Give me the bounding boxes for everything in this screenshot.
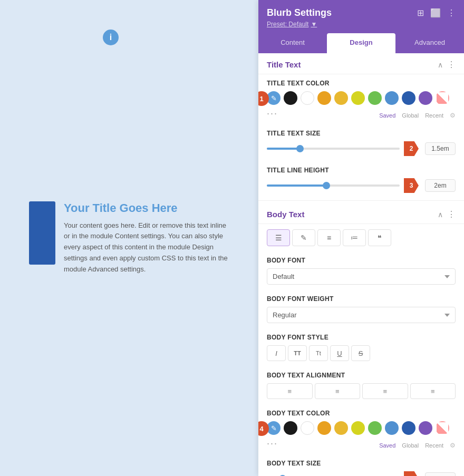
blurb-title: Your Title Goes Here [64,201,229,215]
color-gear-icon[interactable]: ⚙ [450,112,456,119]
panel-header: Blurb Settings ⊞ ⬜ ⋮ Preset: Default ▼ [258,0,464,33]
body-text-align-row: Body Text Alignment ≡ ≡ ≡ ≡ [258,366,464,404]
body-swatch-purple[interactable] [419,421,432,435]
title-size-slider-fill [267,148,300,150]
global-label[interactable]: Global [402,112,419,119]
body-color-gear-icon[interactable]: ⚙ [450,442,456,449]
body-font-select[interactable]: Default [267,268,456,285]
title-lineheight-value[interactable]: 2em [425,179,456,192]
blurb-card: Your Title Goes Here Your content goes h… [18,191,240,286]
body-global-label[interactable]: Global [402,442,419,449]
title-lineheight-badge-wrap: 3 [404,178,421,193]
preset-arrow: ▼ [311,21,317,28]
align-pen-icon-btn[interactable]: ✎ [292,229,315,246]
panel-title: Blurb Settings [267,7,332,18]
text-align-center-btn[interactable]: ≡ [315,383,361,399]
body-swatch-orange2[interactable] [334,421,348,435]
text-align-right-btn[interactable]: ≡ [362,383,408,399]
title-swatch-striped[interactable] [436,91,449,105]
body-swatch-blue[interactable] [385,421,399,435]
preset-label[interactable]: Preset: Default [267,21,308,28]
title-swatch-green[interactable] [368,91,382,105]
section-more-icon[interactable]: ⋮ [447,60,456,70]
title-swatch-yellow[interactable] [351,91,365,105]
body-color-row-meta: Saved Global Recent ⚙ [379,442,456,449]
collapse-icon[interactable]: ∧ [438,61,443,69]
font-style-italic[interactable]: I [267,345,286,361]
section-divider-1 [258,200,464,201]
body-swatch-white[interactable] [301,421,314,435]
info-badge: i [103,30,119,45]
body-recent-label[interactable]: Recent [425,442,443,449]
panel-header-top: Blurb Settings ⊞ ⬜ ⋮ [267,7,456,18]
more-options-icon[interactable]: ⋮ [447,8,456,18]
body-align-icons-row: ☰ ✎ ≡ ≔ ❝ [258,224,464,251]
align-list-icon-btn[interactable]: ≡ [317,229,341,246]
panel-header-icons: ⊞ ⬜ ⋮ [417,8,456,18]
body-saved-label[interactable]: Saved [379,442,395,449]
body-swatch-green[interactable] [368,421,382,435]
body-color-dots[interactable]: ··· [267,438,278,449]
body-font-label: Body Font [267,257,456,264]
title-size-row: Title Text Size 2 1.5em [258,124,464,161]
layout-icon[interactable]: ⬜ [430,8,441,18]
body-font-weight-select[interactable]: Regular [267,307,456,323]
responsive-icon[interactable]: ⊞ [417,8,424,18]
blurb-text-col: Your Title Goes Here Your content goes h… [64,201,229,275]
body-size-badge-wrap: 5 [404,471,421,476]
title-swatch-darkblue[interactable] [402,91,415,105]
font-style-strikethrough[interactable]: S [351,345,370,361]
saved-label[interactable]: Saved [379,112,395,119]
body-swatch-yellow[interactable] [351,421,365,435]
title-text-section-label: Title Text [267,60,301,69]
color-dots[interactable]: ··· [267,108,278,119]
body-font-row: Body Font Default [258,251,464,290]
tab-design[interactable]: Design [327,33,395,53]
tab-content[interactable]: Content [258,33,327,53]
font-style-uppercase[interactable]: TT [288,345,307,361]
title-swatch-blue[interactable] [385,91,399,105]
body-size-value[interactable]: 1em [425,472,456,476]
title-swatch-white[interactable] [301,91,314,105]
align-quote-icon-btn[interactable]: ❝ [368,229,391,246]
align-left-icon-btn[interactable]: ☰ [267,229,290,246]
body-color-row: Body Text Color 4 ✎ ··· Saved [258,404,464,454]
title-size-value[interactable]: 1.5em [425,142,456,155]
title-size-slider-track[interactable] [267,148,400,150]
font-style-capitalize[interactable]: Tt [309,345,328,361]
title-swatch-orange1[interactable] [317,91,331,105]
body-size-slider-row: 5 1em [267,471,456,476]
preset-line: Preset: Default ▼ [267,21,456,28]
align-ordered-icon-btn[interactable]: ≔ [343,229,366,246]
body-size-row: Body Text Size 5 1em [258,454,464,476]
title-lineheight-slider-track[interactable] [267,184,400,187]
body-align-icon-buttons: ☰ ✎ ≡ ≔ ❝ [267,229,456,246]
body-swatch-dark[interactable] [284,421,297,435]
body-swatch-striped[interactable] [436,421,449,435]
title-swatch-dark[interactable] [284,91,297,105]
body-font-weight-label: Body Font Weight [267,295,456,303]
title-size-slider-thumb[interactable] [296,145,304,152]
font-style-underline[interactable]: U [330,345,349,361]
title-swatch-purple[interactable] [419,91,432,105]
body-font-weight-row: Body Font Weight Regular [258,290,464,328]
text-align-justify-btn[interactable]: ≡ [410,383,456,399]
title-color-label: Title Text Color [267,80,456,87]
tab-advanced[interactable]: Advanced [395,33,464,53]
body-text-section-header: Body Text ∧ ⋮ [258,203,464,224]
body-section-more-icon[interactable]: ⋮ [447,209,456,219]
title-swatch-orange2[interactable] [334,91,348,105]
panel-body: Title Text ∧ ⋮ Title Text Color 1 ✎ [258,53,464,476]
blurb-icon-col [29,201,55,265]
text-align-left-btn[interactable]: ≡ [267,383,313,399]
body-collapse-icon[interactable]: ∧ [438,210,443,219]
body-swatch-orange1[interactable] [317,421,331,435]
recent-label[interactable]: Recent [425,112,443,119]
title-lineheight-slider-thumb[interactable] [323,182,330,189]
body-text-align-label: Body Text Alignment [267,372,456,379]
preview-area: i Your Title Goes Here Your content goes… [0,0,258,476]
settings-panel: Blurb Settings ⊞ ⬜ ⋮ Preset: Default ▼ C… [258,0,464,476]
body-text-align-buttons: ≡ ≡ ≡ ≡ [267,383,456,399]
title-size-slider-row: 2 1.5em [267,141,456,156]
body-swatch-darkblue[interactable] [402,421,415,435]
